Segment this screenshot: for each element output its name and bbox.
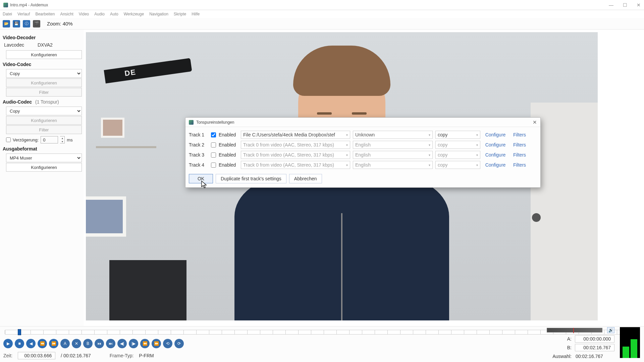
track4-filters-link[interactable]: Filters	[511, 162, 529, 168]
next-cut-icon[interactable]: |▶	[129, 339, 138, 348]
frametype-label: Frame-Typ:	[110, 353, 134, 358]
a-label: A:	[550, 336, 572, 342]
video-codec-configure-button[interactable]: Konfigurieren	[6, 78, 82, 87]
track2-enabled-label: Enabled	[219, 142, 238, 147]
video-codec-select[interactable]: Copy	[6, 69, 82, 78]
menu-skripte[interactable]: Skripte	[174, 12, 186, 16]
track4-codec-select[interactable]: copy▾	[435, 161, 480, 169]
window-title: Intro.mp4 - Avidemux	[10, 3, 48, 7]
track4-label: Track 4	[189, 162, 208, 168]
output-format-select[interactable]: MP4 Muxer	[6, 154, 82, 162]
track4-enabled-label: Enabled	[219, 162, 238, 168]
a-value: 00:00:00.000	[575, 335, 614, 343]
frametype-value: P-FRM	[139, 353, 154, 358]
track2-codec-select[interactable]: copy▾	[435, 141, 480, 149]
track1-codec-select[interactable]: copy▾	[435, 131, 480, 139]
minimize-icon[interactable]: —	[609, 2, 613, 8]
audio-codec-select[interactable]: Copy	[6, 107, 82, 115]
delay-checkbox[interactable]	[6, 137, 11, 142]
stop-icon[interactable]: ■	[15, 339, 24, 348]
level-meter	[620, 327, 640, 358]
track1-label: Track 1	[189, 132, 208, 137]
track3-source-select[interactable]: Track 0 from video (AAC, Stereo, 317 kbp…	[241, 151, 350, 159]
track3-language-select[interactable]: English▾	[353, 151, 433, 159]
audio-codec-configure-button[interactable]: Konfigurieren	[6, 116, 82, 125]
ok-button[interactable]: OK	[189, 174, 213, 183]
track3-enabled-label: Enabled	[219, 152, 238, 158]
prev-keyframe-icon[interactable]: ⏮	[95, 339, 104, 348]
track2-language-select[interactable]: English▾	[353, 141, 433, 149]
app-icon	[3, 3, 8, 7]
timeline-marker[interactable]	[18, 329, 21, 335]
calculator-icon[interactable]: 🎬	[33, 20, 40, 27]
dialog-close-icon[interactable]: ✕	[533, 119, 537, 125]
toolbar: 📂 💾 ⓘ 🎬 Zoom: 40%	[0, 18, 644, 29]
speaker-icon[interactable]: 🔊	[607, 327, 614, 333]
time-label: Zeit:	[3, 353, 12, 358]
track-row-1: Track 1 Enabled File C:/Users/stefa/4eck…	[189, 130, 537, 140]
track1-language-select[interactable]: Unknown▾	[353, 131, 433, 139]
goto-end-icon[interactable]: ⏩	[152, 339, 161, 348]
goto-a-icon[interactable]: ⟲	[163, 339, 172, 348]
track3-filters-link[interactable]: Filters	[511, 152, 529, 158]
menu-werkzeuge[interactable]: Werkzeuge	[124, 12, 144, 16]
menu-ansicht[interactable]: Ansicht	[60, 12, 73, 16]
delete-icon[interactable]: ✕	[72, 339, 81, 348]
track3-codec-select[interactable]: copy▾	[435, 151, 480, 159]
track4-enabled-checkbox[interactable]	[211, 163, 216, 168]
menu-datei[interactable]: Datei	[3, 12, 12, 16]
track3-enabled-checkbox[interactable]	[211, 153, 216, 158]
track2-filters-link[interactable]: Filters	[511, 142, 529, 147]
menu-hilfe[interactable]: Hilfe	[192, 12, 200, 16]
info-icon[interactable]: ⓘ	[23, 20, 30, 27]
track2-configure-link[interactable]: Configure	[483, 142, 508, 147]
prev-cut-icon[interactable]: ◀|	[117, 339, 127, 348]
track4-configure-link[interactable]: Configure	[483, 162, 508, 168]
forward-icon[interactable]: ⏩	[49, 339, 58, 348]
duplicate-button[interactable]: Duplicate first track's settings	[216, 174, 286, 183]
track2-source-select[interactable]: Track 0 from video (AAC, Stereo, 317 kbp…	[241, 141, 350, 149]
menu-bearbeiten[interactable]: Bearbeiten	[35, 12, 55, 16]
mark-a-icon[interactable]: A	[60, 339, 70, 348]
track1-source-select[interactable]: File C:/Users/stefa/4eck Media Dropbox/s…	[241, 131, 350, 139]
menu-audio[interactable]: Audio	[94, 12, 105, 16]
cancel-button[interactable]: Abbrechen	[289, 174, 322, 183]
track1-enabled-label: Enabled	[219, 132, 238, 137]
track4-source-select[interactable]: Track 0 from video (AAC, Stereo, 317 kbp…	[241, 161, 350, 169]
decoder-configure-button[interactable]: Konfigurieren	[6, 50, 82, 59]
track-row-3: Track 3 Enabled Track 0 from video (AAC,…	[189, 150, 537, 160]
track-row-2: Track 2 Enabled Track 0 from video (AAC,…	[189, 140, 537, 150]
save-file-icon[interactable]: 💾	[13, 20, 20, 27]
audio-codec-title-text: Audio-Codec	[3, 99, 32, 105]
menu-navigation[interactable]: Navigation	[149, 12, 168, 16]
track1-configure-link[interactable]: Configure	[483, 132, 508, 137]
menu-verlauf[interactable]: Verlauf	[17, 12, 30, 16]
time-value[interactable]: 00:00:03.666	[18, 352, 55, 359]
goto-b-icon[interactable]: ⟳	[174, 339, 184, 348]
rewind-icon[interactable]: ⏪	[38, 339, 47, 348]
track4-language-select[interactable]: English▾	[353, 161, 433, 169]
video-codec-filter-button[interactable]: Filter	[6, 88, 82, 97]
track3-configure-link[interactable]: Configure	[483, 152, 508, 158]
b-label: B:	[550, 345, 572, 350]
close-icon[interactable]: ✕	[637, 2, 641, 8]
output-configure-button[interactable]: Konfigurieren	[6, 163, 82, 172]
maximize-icon[interactable]: ☐	[623, 2, 627, 8]
delay-value[interactable]: 0	[41, 136, 58, 143]
menu-auto[interactable]: Auto	[110, 12, 118, 16]
audio-codec-filter-button[interactable]: Filter	[6, 125, 82, 134]
next-keyframe-icon[interactable]: ⏭	[106, 339, 115, 348]
selection-label: Auswahl:	[550, 354, 572, 359]
goto-start-icon[interactable]: ⏪	[140, 339, 150, 348]
track1-enabled-checkbox[interactable]	[211, 132, 216, 137]
audio-codec-hint: (1 Tonspur)	[35, 99, 59, 105]
menu-video[interactable]: Video	[79, 12, 89, 16]
open-file-icon[interactable]: 📂	[3, 20, 10, 27]
track2-enabled-checkbox[interactable]	[211, 142, 216, 147]
track1-filters-link[interactable]: Filters	[511, 132, 529, 137]
delay-spinner[interactable]: ▲▼	[60, 136, 65, 143]
vu-meter	[547, 328, 602, 333]
mark-b-icon[interactable]: B	[83, 339, 93, 348]
prev-frame-icon[interactable]: ◀	[26, 339, 36, 348]
play-icon[interactable]: ▶	[3, 339, 13, 348]
